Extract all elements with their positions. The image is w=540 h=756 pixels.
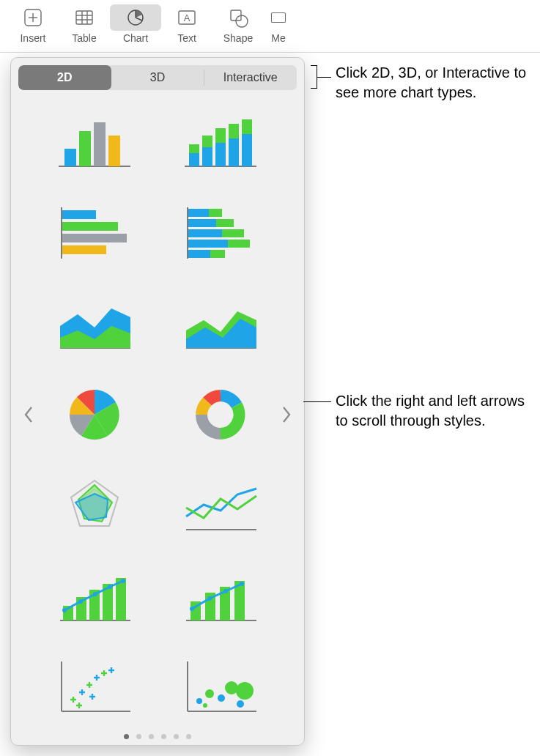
- shapes-icon: [212, 4, 264, 31]
- prev-style-arrow[interactable]: [18, 102, 39, 727]
- chart-option-bar-vertical[interactable]: [43, 102, 146, 182]
- toolbar-media[interactable]: Me: [264, 4, 293, 44]
- svg-rect-31: [242, 119, 252, 134]
- page-dot[interactable]: [149, 734, 154, 739]
- svg-rect-23: [189, 144, 199, 153]
- svg-rect-24: [202, 147, 212, 166]
- chart-type-segmented-control: 2D 3D Interactive: [18, 65, 297, 90]
- svg-line-10: [136, 18, 142, 21]
- chart-option-scatter-cross[interactable]: [43, 647, 146, 727]
- toolbar-label: Me: [264, 32, 293, 44]
- callout-leader-arrows: [303, 401, 331, 402]
- svg-rect-42: [188, 229, 222, 237]
- toolbar-label: Table: [59, 32, 110, 44]
- toolbar-chart[interactable]: Chart: [110, 4, 161, 44]
- svg-point-14: [236, 15, 248, 27]
- svg-point-100: [205, 689, 214, 698]
- toolbar-table[interactable]: Table: [59, 4, 110, 44]
- text-box-icon: A: [161, 4, 212, 31]
- svg-rect-47: [210, 250, 225, 258]
- next-style-arrow[interactable]: [276, 102, 297, 727]
- toolbar-label: Shape: [212, 32, 264, 44]
- table-icon: [59, 4, 110, 31]
- svg-rect-26: [215, 143, 226, 166]
- chart-option-combo-1[interactable]: [43, 556, 146, 637]
- svg-point-101: [203, 703, 207, 708]
- svg-point-76: [207, 596, 212, 601]
- svg-rect-19: [94, 122, 106, 166]
- toolbar-label: Text: [161, 32, 212, 44]
- svg-rect-44: [188, 240, 228, 248]
- page-dot[interactable]: [161, 734, 166, 739]
- pie-chart-icon: [110, 4, 161, 31]
- svg-rect-22: [189, 153, 199, 166]
- chart-option-area-stacked[interactable]: [43, 284, 146, 364]
- svg-rect-25: [202, 136, 212, 147]
- chart-option-bar-vertical-stacked[interactable]: [169, 102, 272, 182]
- chart-option-area-overlap[interactable]: [169, 284, 272, 364]
- svg-rect-18: [79, 131, 91, 166]
- tab-interactive[interactable]: Interactive: [204, 65, 297, 90]
- svg-point-77: [223, 589, 228, 593]
- svg-rect-33: [62, 210, 96, 219]
- svg-point-102: [218, 694, 225, 702]
- page-dot[interactable]: [174, 734, 179, 739]
- svg-rect-40: [188, 219, 216, 227]
- chart-option-donut[interactable]: [169, 374, 272, 455]
- chart-option-combo-2[interactable]: [169, 556, 272, 637]
- svg-rect-34: [62, 222, 118, 231]
- toolbar-insert[interactable]: Insert: [7, 4, 59, 44]
- svg-point-78: [240, 582, 244, 586]
- chart-option-line-multi[interactable]: [169, 465, 272, 546]
- chart-option-bubble[interactable]: [169, 647, 272, 727]
- svg-rect-15: [271, 12, 285, 22]
- callout-text-arrows: Click the right and left arrows to scrol…: [336, 391, 533, 431]
- svg-point-67: [93, 592, 97, 596]
- page-indicator: [11, 734, 304, 739]
- chart-option-pie[interactable]: [43, 374, 146, 455]
- svg-text:A: A: [184, 12, 191, 23]
- svg-rect-39: [209, 209, 222, 217]
- chart-style-pager: [18, 102, 297, 727]
- svg-rect-20: [108, 136, 120, 166]
- chart-option-bar-horizontal[interactable]: [43, 193, 146, 273]
- tab-3d[interactable]: 3D: [111, 65, 204, 90]
- svg-rect-46: [188, 250, 210, 258]
- svg-rect-41: [216, 219, 234, 227]
- app-toolbar: Insert Table Chart A Text Shape Me: [0, 0, 540, 53]
- plus-square-icon: [7, 4, 59, 31]
- callout-text-tabs: Click 2D, 3D, or Interactive to see more…: [336, 63, 533, 103]
- svg-rect-28: [229, 138, 239, 166]
- svg-rect-35: [62, 234, 127, 242]
- page-dot[interactable]: [124, 734, 129, 739]
- svg-point-105: [237, 700, 244, 708]
- chart-style-grid: [39, 102, 276, 727]
- chart-option-radar[interactable]: [43, 465, 146, 546]
- svg-rect-17: [64, 149, 76, 166]
- toolbar-shape[interactable]: Shape: [212, 4, 264, 44]
- svg-rect-27: [215, 128, 226, 143]
- svg-point-99: [196, 698, 202, 704]
- svg-point-68: [108, 585, 112, 589]
- svg-point-65: [62, 608, 67, 612]
- page-dot[interactable]: [186, 734, 191, 739]
- toolbar-label: Chart: [110, 32, 161, 44]
- svg-point-104: [236, 682, 254, 700]
- svg-rect-38: [188, 209, 209, 217]
- image-icon: [264, 4, 293, 31]
- svg-rect-43: [222, 229, 244, 237]
- svg-point-66: [78, 599, 83, 604]
- svg-point-75: [190, 607, 194, 611]
- svg-rect-3: [76, 11, 92, 24]
- chart-option-bar-horizontal-stacked[interactable]: [169, 193, 272, 273]
- page-dot[interactable]: [136, 734, 141, 739]
- svg-rect-36: [62, 245, 106, 254]
- svg-rect-45: [228, 240, 250, 248]
- toolbar-text[interactable]: A Text: [161, 4, 212, 44]
- chart-picker-popover: 2D 3D Interactive: [10, 57, 305, 746]
- svg-rect-29: [229, 124, 239, 138]
- toolbar-label: Insert: [7, 32, 59, 44]
- tab-2d[interactable]: 2D: [18, 65, 111, 90]
- svg-point-69: [121, 579, 125, 583]
- svg-rect-30: [242, 134, 252, 166]
